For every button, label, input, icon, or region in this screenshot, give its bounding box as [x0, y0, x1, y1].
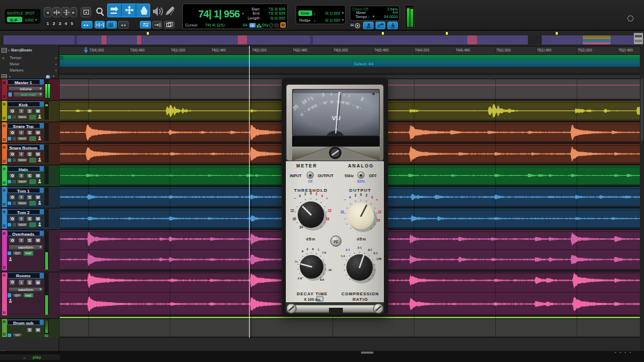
- svg-text:LIM: LIM: [376, 257, 382, 261]
- svg-text:6: 6: [307, 247, 309, 251]
- svg-text:OFF: OFF: [369, 174, 378, 178]
- svg-text:.32: .32: [328, 268, 332, 272]
- svg-text:RATIO: RATIO: [353, 297, 368, 302]
- svg-text:4: 4: [321, 195, 323, 198]
- svg-text:7x: 7x: [295, 260, 298, 263]
- svg-text:4:1: 4:1: [368, 248, 373, 252]
- svg-text:50Hz: 50Hz: [345, 174, 354, 178]
- svg-text:1.3: 1.3: [341, 254, 345, 258]
- svg-text:Off: Off: [308, 180, 313, 183]
- svg-text:dBm: dBm: [357, 237, 367, 241]
- svg-text:2: 2: [355, 194, 357, 197]
- svg-text:INPUT: INPUT: [290, 174, 302, 178]
- svg-text:24: 24: [299, 226, 303, 229]
- svg-text:1: 1: [318, 248, 320, 252]
- svg-text:12: 12: [290, 209, 294, 213]
- svg-text:METER: METER: [296, 163, 317, 168]
- svg-text:−: −: [344, 198, 346, 201]
- svg-text:8: 8: [312, 247, 314, 251]
- svg-text:12: 12: [328, 209, 332, 213]
- svg-text:16: 16: [292, 217, 296, 221]
- svg-text:4: 4: [302, 249, 304, 253]
- svg-text:−: −: [294, 197, 296, 200]
- svg-text:2: 2: [305, 192, 307, 196]
- svg-text:+: +: [376, 198, 378, 201]
- svg-text:ANALOG: ANALOG: [348, 163, 373, 168]
- svg-text:OUTPUT: OUTPUT: [349, 188, 371, 192]
- svg-text:+: +: [326, 197, 328, 200]
- svg-text:1.6: 1.6: [322, 251, 326, 254]
- svg-text:COMPRESSION: COMPRESSION: [341, 292, 379, 296]
- svg-text:4: 4: [349, 196, 351, 199]
- svg-text:X 100 ms: X 100 ms: [304, 297, 321, 302]
- svg-text:2:1: 2:1: [346, 248, 351, 252]
- svg-text:PE: PE: [334, 240, 339, 244]
- svg-text:3:1: 3:1: [357, 246, 362, 249]
- svg-text:12: 12: [340, 211, 344, 214]
- svg-text:2: 2: [316, 192, 318, 196]
- svg-text:12: 12: [378, 211, 382, 214]
- svg-text:60Hz: 60Hz: [357, 180, 365, 183]
- svg-text:0: 0: [360, 193, 362, 197]
- svg-text:dBm: dBm: [306, 237, 316, 241]
- svg-text:5:1: 5:1: [373, 252, 378, 255]
- svg-text:DECAY TIME: DECAY TIME: [297, 292, 328, 296]
- svg-text:2.4: 2.4: [298, 277, 302, 280]
- svg-text:16: 16: [376, 219, 380, 222]
- svg-text:4: 4: [299, 195, 301, 198]
- svg-text:2: 2: [366, 194, 368, 197]
- svg-text:4: 4: [371, 196, 373, 199]
- svg-text:OUTPUT: OUTPUT: [318, 174, 334, 178]
